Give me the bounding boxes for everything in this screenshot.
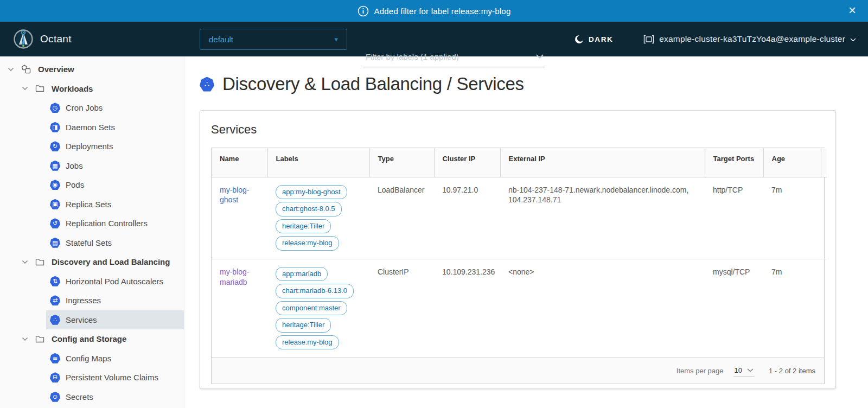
horizontal-pod-autoscalers-icon: ⇅ bbox=[50, 276, 60, 286]
sidebar-item-overview[interactable]: Overview bbox=[0, 60, 184, 79]
label-pill[interactable]: app:my-blog-ghost bbox=[276, 185, 347, 200]
sidebar-item-workloads[interactable]: Workloads bbox=[0, 79, 184, 99]
cell-gutter bbox=[821, 177, 827, 259]
sidebar-item-cron-jobs[interactable]: ◷Cron Jobs bbox=[46, 98, 184, 118]
label-pill[interactable]: chart:ghost-8.0.5 bbox=[276, 202, 342, 216]
label-pill[interactable]: release:my-blog bbox=[276, 335, 339, 350]
label-pill[interactable]: release:my-blog bbox=[276, 236, 339, 251]
sidebar-item-label: Config Maps bbox=[66, 354, 111, 363]
sidebar-item-label: Pods bbox=[66, 180, 84, 189]
app-header: Octant default ▾ Filter by labels (1 app… bbox=[0, 22, 868, 56]
sidebar-item-label: Services bbox=[66, 315, 97, 324]
cell-labels: app:my-blog-ghostchart:ghost-8.0.5herita… bbox=[267, 177, 369, 259]
sidebar-item-pods[interactable]: ◉Pods bbox=[46, 175, 184, 195]
sidebar-item-label: Discovery and Load Balancing bbox=[52, 257, 170, 266]
service-name-link[interactable]: my-blog-ghost bbox=[220, 186, 249, 205]
chevron-down-icon bbox=[8, 67, 14, 72]
label-filter-dropdown[interactable]: Filter by labels (1 applied) bbox=[363, 52, 545, 67]
services-table: NameLabelsTypeCluster IPExternal IPTarge… bbox=[211, 148, 825, 384]
sidebar-item-persistent-volume-claims[interactable]: ⊟Persistent Volume Claims bbox=[46, 368, 184, 387]
sidebar-item-label: Secrets bbox=[66, 392, 93, 401]
octant-logo-icon bbox=[13, 29, 34, 49]
notification-banner: Added filter for label release:my-blog × bbox=[0, 0, 868, 22]
close-icon[interactable]: × bbox=[844, 2, 860, 18]
chevron-down-icon[interactable] bbox=[8, 67, 14, 72]
overview-icon bbox=[21, 65, 31, 74]
sidebar-item-config-and-storage[interactable]: Config and Storage bbox=[0, 329, 184, 349]
services-icon: ∴ bbox=[50, 315, 60, 325]
info-icon bbox=[358, 5, 369, 17]
chevron-down-icon[interactable] bbox=[22, 337, 28, 341]
config-maps-icon: ≡ bbox=[50, 353, 60, 364]
label-pill[interactable]: app:mariadb bbox=[276, 267, 328, 282]
cell-age: 7m bbox=[763, 177, 821, 259]
cell-name: my-blog-mariadb bbox=[212, 259, 267, 358]
sidebar-item-services[interactable]: ∴Services bbox=[46, 310, 184, 330]
sidebar-item-label: Deployments bbox=[66, 142, 113, 151]
cell-cluster-ip: 10.97.21.0 bbox=[434, 177, 500, 259]
chevron-down-icon[interactable] bbox=[22, 260, 28, 264]
page-title-text: Discovery & Load Balancing / Services bbox=[222, 74, 524, 94]
column-header: Target Ports bbox=[705, 148, 763, 177]
sidebar-item-replica-sets[interactable]: ▣Replica Sets bbox=[46, 195, 184, 214]
cell-target-ports: http/TCP bbox=[705, 177, 763, 259]
sidebar-item-label: Replica Sets bbox=[66, 200, 111, 209]
label-pill[interactable]: heritage:Tiller bbox=[276, 219, 331, 234]
sidebar-item-label: Replication Controllers bbox=[66, 219, 148, 228]
cluster-selector[interactable]: example-cluster-ka3TuTzYo4a@example-clus… bbox=[643, 22, 856, 56]
column-header: External IP bbox=[500, 148, 705, 177]
cell-labels: app:mariadbchart:mariadb-6.13.0component… bbox=[267, 259, 369, 358]
sidebar-item-replication-controllers[interactable]: ↺Replication Controllers bbox=[46, 214, 184, 233]
moon-icon bbox=[574, 34, 584, 44]
cell-external-ip: <none> bbox=[500, 259, 705, 358]
sidebar-item-stateful-sets[interactable]: ▤Stateful Sets bbox=[46, 233, 184, 253]
jobs-icon: ▦ bbox=[50, 161, 60, 171]
secrets-icon: ⊙ bbox=[50, 392, 60, 402]
chevron-down-icon bbox=[535, 54, 544, 59]
items-per-page-select[interactable]: 10 bbox=[733, 365, 755, 377]
persistent-volume-claims-icon: ⊟ bbox=[50, 372, 60, 382]
cluster-name: example-cluster-ka3TuTzYo4a@example-clus… bbox=[659, 34, 845, 44]
cell-age: 7m bbox=[763, 259, 821, 358]
namespace-dropdown[interactable]: default ▾ bbox=[200, 29, 347, 50]
chevron-down-icon[interactable] bbox=[22, 86, 28, 91]
stateful-sets-icon: ▤ bbox=[50, 238, 60, 248]
cell-gutter bbox=[821, 259, 827, 358]
daemon-sets-icon: ◨ bbox=[50, 122, 60, 132]
sidebar-item-daemon-sets[interactable]: ◨Daemon Sets bbox=[46, 118, 184, 137]
chevron-down-icon bbox=[22, 260, 28, 264]
label-filter-text: Filter by labels (1 applied) bbox=[366, 52, 459, 61]
sidebar-item-deployments[interactable]: ↻Deployments bbox=[46, 137, 184, 156]
label-pill[interactable]: heritage:Tiller bbox=[276, 318, 331, 333]
theme-toggle-label: DARK bbox=[589, 35, 613, 43]
column-header: Type bbox=[369, 148, 434, 177]
services-card: Services NameLabelsTypeCluster IPExterna… bbox=[200, 110, 836, 389]
app-title: Octant bbox=[40, 33, 72, 45]
column-header: Age bbox=[763, 148, 821, 177]
column-header bbox=[821, 148, 827, 177]
sidebar-item-discovery-and-load-balancing[interactable]: Discovery and Load Balancing bbox=[0, 252, 184, 272]
services-icon: ∴ bbox=[200, 77, 214, 92]
sidebar-item-ingresses[interactable]: ⇄Ingresses bbox=[46, 291, 184, 310]
sidebar-item-secrets[interactable]: ⊙Secrets bbox=[46, 387, 184, 407]
service-name-link[interactable]: my-blog-mariadb bbox=[220, 267, 249, 286]
label-pill-stack: app:mariadbchart:mariadb-6.13.0component… bbox=[276, 267, 361, 350]
label-pill[interactable]: chart:mariadb-6.13.0 bbox=[276, 284, 354, 298]
label-pill[interactable]: component:master bbox=[276, 301, 347, 316]
sidebar-item-config-maps[interactable]: ≡Config Maps bbox=[46, 349, 184, 368]
pagination-range: 1 - 2 of 2 items bbox=[769, 367, 815, 375]
chevron-down-icon bbox=[747, 368, 754, 372]
chevron-down-icon bbox=[22, 86, 28, 91]
page-title: ∴ Discovery & Load Balancing / Services bbox=[200, 74, 836, 94]
sidebar-item-jobs[interactable]: ▦Jobs bbox=[46, 156, 184, 176]
folder-icon bbox=[35, 85, 44, 92]
chevron-down-icon bbox=[22, 337, 28, 341]
pods-icon: ◉ bbox=[50, 180, 60, 190]
sidebar-item-horizontal-pod-autoscalers[interactable]: ⇅Horizontal Pod Autoscalers bbox=[46, 272, 184, 291]
dark-theme-toggle[interactable]: DARK bbox=[574, 22, 613, 56]
brand: Octant bbox=[13, 22, 72, 56]
replica-sets-icon: ▣ bbox=[50, 199, 60, 209]
cell-cluster-ip: 10.109.231.236 bbox=[434, 259, 500, 358]
cell-type: ClusterIP bbox=[369, 259, 434, 358]
items-per-page-value: 10 bbox=[735, 366, 742, 374]
